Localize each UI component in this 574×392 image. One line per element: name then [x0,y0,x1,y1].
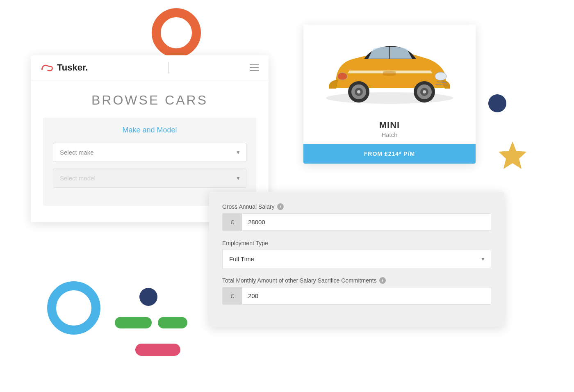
pink-pill-decoration [135,344,180,356]
employment-type-select-wrapper: Full Time Part Time Contract ▼ [222,250,491,268]
car-info: MINI Hatch [303,116,476,138]
tusker-logo-icon [41,63,54,72]
car-name: MINI [310,120,469,130]
menu-line-2 [250,67,259,68]
gross-salary-input[interactable] [242,214,491,230]
gross-salary-prefix: £ [223,214,242,230]
commitments-info-icon[interactable]: i [379,277,386,284]
gross-salary-input-wrapper: £ [222,213,491,231]
svg-point-6 [423,90,426,93]
select-model-dropdown[interactable]: Select model [53,169,246,188]
dark-dot-left-decoration [139,288,157,306]
commitments-input-wrapper: £ [222,287,491,305]
car-type: Hatch [310,131,469,138]
section-title: Make and Model [53,126,246,134]
browse-title: BROWSE CARS [43,89,256,108]
tusker-logo: Tusker. [41,62,88,73]
blue-ring-decoration [47,281,100,335]
tusker-logo-text: Tusker. [57,62,88,73]
employment-type-group: Employment Type Full Time Part Time Cont… [222,240,491,268]
commitments-label-text: Total Monthly Amount of other Salary Sac… [222,277,377,284]
orange-ring-decoration [152,8,201,57]
commitments-label: Total Monthly Amount of other Salary Sac… [222,277,491,284]
commitments-input[interactable] [242,287,491,304]
svg-point-11 [435,72,446,80]
svg-point-10 [357,90,360,93]
select-make-dropdown[interactable]: Select make Audi BMW Ford Mini Toyota Vo… [53,143,246,162]
menu-line-1 [250,64,259,65]
dark-dot-right-decoration [488,94,506,112]
employment-type-label: Employment Type [222,240,491,246]
svg-point-12 [337,73,347,80]
hamburger-menu-icon[interactable] [250,64,259,71]
employment-type-label-text: Employment Type [222,240,268,246]
gross-salary-info-icon[interactable]: i [277,203,284,210]
mini-car-image [320,34,459,108]
gross-salary-group: Gross Annual Salary i £ [222,203,491,231]
gross-salary-label-text: Gross Annual Salary [222,203,275,210]
make-select-wrapper: Select make Audi BMW Ford Mini Toyota Vo… [53,143,246,162]
model-select-wrapper: Select model ▼ [53,169,246,188]
gross-salary-label: Gross Annual Salary i [222,203,491,210]
star-decoration [496,139,529,172]
svg-marker-0 [499,141,526,169]
car-image-area [303,25,476,116]
employment-type-dropdown[interactable]: Full Time Part Time Contract [222,250,491,268]
commitments-group: Total Monthly Amount of other Salary Sac… [222,277,491,305]
mini-car-card: MINI Hatch FROM £214* P/M [303,25,476,164]
commitments-prefix: £ [223,287,242,304]
green-pill-2-decoration [158,317,187,328]
menu-line-3 [250,70,259,71]
green-pill-1-decoration [115,317,152,328]
salary-form-card: Gross Annual Salary i £ Employment Type … [209,192,504,327]
header-divider [169,62,169,73]
car-price-button[interactable]: FROM £214* P/M [303,144,476,164]
card-header: Tusker. [31,55,269,80]
